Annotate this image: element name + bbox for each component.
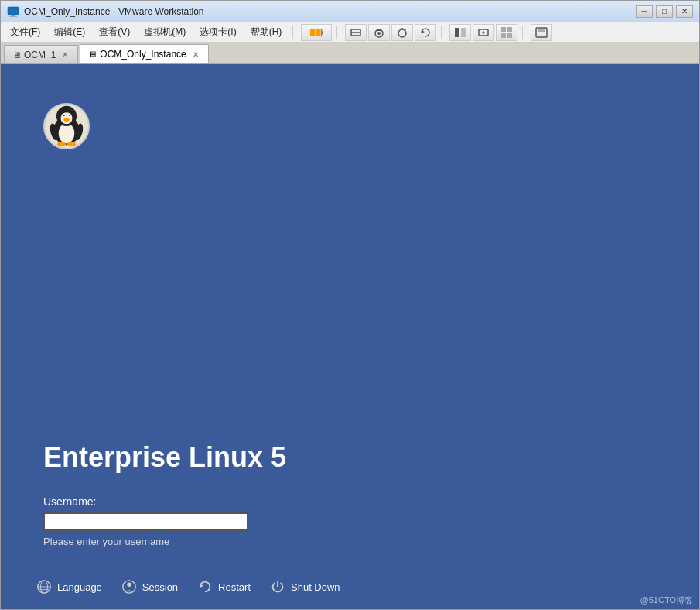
toolbar-actions (345, 24, 436, 41)
tab-ocm1[interactable]: 🖥 OCM_1 ✕ (4, 45, 78, 63)
svg-rect-21 (507, 27, 512, 32)
tab-ocm1-close[interactable]: ✕ (60, 50, 70, 60)
svg-rect-24 (536, 28, 547, 37)
svg-rect-20 (501, 27, 506, 32)
window-controls: ─ □ ✕ (636, 5, 693, 18)
username-hint: Please enter your username (43, 536, 657, 547)
svg-point-32 (63, 115, 65, 116)
toolbar-view-controls (449, 24, 517, 41)
menu-tab[interactable]: 选项卡(I) (193, 24, 242, 40)
menu-file[interactable]: 文件(F) (4, 24, 46, 40)
svg-point-36 (67, 142, 76, 147)
action-restart[interactable]: Restart (196, 578, 251, 595)
login-form-area: Enterprise Linux 5 Username: Please ente… (43, 441, 657, 547)
tab-bar: 🖥 OCM_1 ✕ 🖥 OCM_Only_Instance ✕ (1, 43, 699, 64)
toolbar-unity[interactable] (496, 24, 517, 41)
svg-marker-14 (422, 30, 425, 33)
menu-help[interactable]: 帮助(H) (244, 24, 289, 40)
avatar-circle (43, 103, 90, 149)
language-icon (36, 578, 53, 595)
title-bar-text: OCM_Only_Instance - VMware Workstation (24, 6, 636, 17)
title-bar: OCM_Only_Instance - VMware Workstation ─… (1, 1, 699, 22)
svg-point-33 (69, 115, 70, 116)
maximize-button[interactable]: □ (656, 5, 673, 18)
toolbar-play-btn[interactable] (301, 24, 332, 41)
svg-point-45 (127, 583, 131, 587)
svg-rect-10 (377, 29, 381, 31)
username-label: Username: (43, 495, 657, 508)
toolbar-snapshot-manager[interactable] (391, 24, 413, 41)
session-icon (121, 578, 138, 595)
svg-rect-2 (9, 16, 17, 17)
toolbar-separator-4 (522, 26, 523, 39)
svg-rect-15 (455, 28, 459, 37)
menu-view[interactable]: 查看(V) (93, 24, 136, 40)
restart-icon (196, 578, 213, 595)
tab-ocm-only-icon: 🖥 (88, 50, 97, 59)
restart-label: Restart (218, 581, 251, 593)
svg-rect-0 (8, 7, 19, 15)
shutdown-icon (269, 578, 286, 595)
svg-marker-46 (200, 584, 204, 588)
toolbar-separator-1 (292, 26, 293, 39)
svg-point-27 (59, 123, 75, 143)
svg-marker-5 (322, 27, 323, 37)
svg-rect-22 (501, 33, 506, 38)
action-session[interactable]: Session (121, 578, 178, 595)
toolbar-playback (301, 24, 332, 41)
session-label: Session (142, 581, 178, 593)
avatar (43, 103, 90, 149)
svg-point-9 (377, 32, 381, 35)
bottom-actions: Language Session (36, 578, 664, 595)
action-language[interactable]: Language (36, 578, 102, 595)
tab-ocm1-icon: 🖥 (12, 50, 21, 60)
vmware-window: OCM_Only_Instance - VMware Workstation ─… (0, 0, 700, 610)
svg-rect-3 (310, 29, 315, 36)
toolbar-separator-2 (336, 26, 337, 39)
toolbar-full-screen[interactable] (473, 24, 494, 41)
username-input[interactable] (43, 512, 248, 531)
login-title: Enterprise Linux 5 (43, 441, 657, 474)
svg-line-13 (405, 29, 406, 30)
svg-rect-1 (11, 15, 15, 16)
toolbar-extra-btn[interactable] (531, 24, 552, 41)
tab-ocm-only-close[interactable]: ✕ (191, 50, 200, 59)
toolbar-extra (531, 24, 552, 41)
toolbar-snapshot[interactable] (368, 24, 390, 41)
toolbar-separator-3 (441, 26, 442, 39)
menu-vm[interactable]: 虚拟机(M) (138, 24, 192, 40)
toolbar-switch-view[interactable] (449, 24, 471, 41)
tab-ocm1-label: OCM_1 (24, 50, 56, 60)
svg-rect-23 (507, 33, 512, 38)
login-screen: Enterprise Linux 5 Username: Please ente… (1, 64, 699, 609)
username-input-wrap (43, 512, 657, 531)
minimize-button[interactable]: ─ (636, 5, 653, 18)
app-icon (7, 5, 19, 18)
watermark: @51CTO博客 (640, 595, 693, 606)
close-button[interactable]: ✕ (676, 5, 693, 18)
svg-rect-16 (461, 28, 466, 37)
menu-bar: 文件(F) 编辑(E) 查看(V) 虚拟机(M) 选项卡(I) 帮助(H) (1, 22, 699, 43)
svg-rect-25 (538, 29, 545, 32)
svg-rect-4 (316, 29, 321, 36)
action-shutdown[interactable]: Shut Down (269, 578, 340, 595)
shutdown-label: Shut Down (291, 581, 340, 593)
svg-point-35 (57, 142, 66, 147)
tab-ocm-only[interactable]: 🖥 OCM_Only_Instance ✕ (80, 44, 208, 63)
svg-point-34 (63, 118, 69, 122)
vm-content[interactable]: Enterprise Linux 5 Username: Please ente… (1, 64, 699, 609)
language-label: Language (57, 581, 102, 593)
toolbar-revert[interactable] (415, 24, 436, 41)
toolbar-send-ctrl-alt-del[interactable] (345, 24, 367, 41)
menu-edit[interactable]: 编辑(E) (48, 24, 91, 40)
tab-ocm-only-label: OCM_Only_Instance (100, 49, 186, 60)
